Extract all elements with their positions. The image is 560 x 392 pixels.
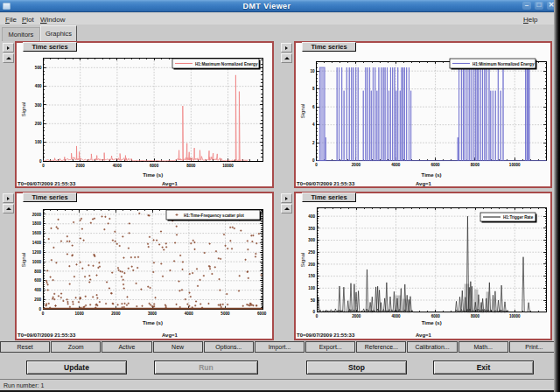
svg-text:Signal: Signal xyxy=(300,253,305,268)
svg-text:H1:Minimum Normalized Energy: H1:Minimum Normalized Energy xyxy=(472,62,535,66)
svg-text:0: 0 xyxy=(312,310,315,314)
svg-text:Signal: Signal xyxy=(300,104,305,119)
svg-text:100: 100 xyxy=(35,140,42,144)
svg-text:Time (s): Time (s) xyxy=(422,172,442,178)
svg-text:T0=09/07/2009 21:55:33: T0=09/07/2009 21:55:33 xyxy=(18,181,76,186)
svg-text:200: 200 xyxy=(34,298,41,302)
svg-text:T0=09/07/2009 21:55:33: T0=09/07/2009 21:55:33 xyxy=(297,181,355,186)
svg-text:4: 4 xyxy=(312,122,315,127)
svg-text:0: 0 xyxy=(316,314,318,318)
svg-text:400: 400 xyxy=(35,84,42,88)
svg-text:400: 400 xyxy=(308,214,315,219)
svg-text:2: 2 xyxy=(312,141,315,145)
svg-text:2000: 2000 xyxy=(111,312,121,316)
svg-text:250: 250 xyxy=(308,250,315,255)
svg-text:400: 400 xyxy=(34,288,41,292)
svg-text:1800: 1800 xyxy=(32,221,42,226)
svg-text:4000: 4000 xyxy=(391,163,401,167)
svg-text:8000: 8000 xyxy=(471,314,480,318)
svg-text:0: 0 xyxy=(42,164,45,168)
svg-text:1200: 1200 xyxy=(32,250,42,255)
svg-text:Avg=1: Avg=1 xyxy=(416,181,432,186)
svg-text:1400: 1400 xyxy=(32,241,42,245)
svg-text:4000: 4000 xyxy=(185,312,194,316)
svg-text:Avg=1: Avg=1 xyxy=(162,181,178,186)
svg-text:800: 800 xyxy=(34,270,41,274)
svg-text:10000: 10000 xyxy=(509,314,521,318)
svg-text:2000: 2000 xyxy=(76,164,86,168)
svg-text:2000: 2000 xyxy=(352,314,361,318)
svg-text:10000: 10000 xyxy=(222,164,234,168)
svg-text:1000: 1000 xyxy=(32,260,42,264)
svg-text:Avg=1: Avg=1 xyxy=(162,332,178,338)
svg-text:10: 10 xyxy=(310,69,315,74)
svg-text:6: 6 xyxy=(312,105,315,109)
svg-text:8: 8 xyxy=(312,87,315,91)
svg-text:Avg=1: Avg=1 xyxy=(416,332,432,338)
svg-text:0: 0 xyxy=(38,307,41,312)
svg-text:300: 300 xyxy=(308,238,315,242)
svg-text:3000: 3000 xyxy=(148,312,158,316)
svg-text:Time (s): Time (s) xyxy=(143,172,163,178)
svg-text:200: 200 xyxy=(308,262,315,267)
svg-text:H1:Trigger Rate: H1:Trigger Rate xyxy=(503,215,534,220)
svg-text:T0=09/07/2009 21:55:33: T0=09/07/2009 21:55:33 xyxy=(297,332,355,338)
svg-text:50: 50 xyxy=(311,298,316,303)
svg-text:200: 200 xyxy=(35,122,42,126)
svg-text:2000: 2000 xyxy=(352,163,361,167)
svg-text:0: 0 xyxy=(312,158,315,163)
svg-text:1000: 1000 xyxy=(75,312,85,316)
svg-text:T0=09/07/2009 21:55:33: T0=09/07/2009 21:55:33 xyxy=(18,332,76,338)
svg-text:6000: 6000 xyxy=(430,163,440,167)
svg-text:5000: 5000 xyxy=(220,312,230,316)
svg-text:8000: 8000 xyxy=(186,164,196,168)
svg-text:1600: 1600 xyxy=(32,231,42,235)
svg-text:100: 100 xyxy=(308,286,315,290)
svg-text:4000: 4000 xyxy=(391,314,401,318)
svg-text:0: 0 xyxy=(42,312,45,316)
svg-text:150: 150 xyxy=(308,274,315,278)
svg-text:Signal: Signal xyxy=(21,253,26,268)
svg-text:Time (s): Time (s) xyxy=(143,320,163,326)
svg-text:600: 600 xyxy=(34,278,41,283)
svg-text:Time (s): Time (s) xyxy=(422,320,442,326)
svg-text:300: 300 xyxy=(35,103,42,108)
svg-text:H1:Time-Frequency scatter plot: H1:Time-Frequency scatter plot xyxy=(184,214,244,218)
svg-text:6000: 6000 xyxy=(150,164,159,168)
svg-text:Signal: Signal xyxy=(21,102,26,117)
svg-text:4000: 4000 xyxy=(113,164,122,168)
svg-text:8000: 8000 xyxy=(471,163,480,167)
svg-text:0: 0 xyxy=(39,159,42,164)
svg-text:2000: 2000 xyxy=(32,213,42,217)
svg-text:6000: 6000 xyxy=(431,314,441,318)
svg-text:500: 500 xyxy=(35,66,42,70)
svg-text:0: 0 xyxy=(315,163,318,167)
svg-text:H1:Maximum Normalized Energy: H1:Maximum Normalized Energy xyxy=(195,62,258,66)
svg-text:10000: 10000 xyxy=(509,163,521,167)
svg-text:350: 350 xyxy=(308,227,315,231)
svg-text:6000: 6000 xyxy=(257,312,267,316)
